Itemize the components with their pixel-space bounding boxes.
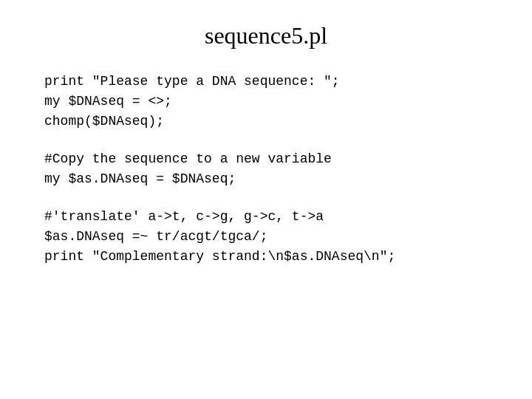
code-line-2-1: #Copy the sequence to a new variable <box>44 149 502 169</box>
code-line-2-2: my $as.DNAseq = $DNAseq; <box>44 169 502 189</box>
code-line-3-3: print "Complementary strand:\n$as.DNAseq… <box>44 247 502 267</box>
code-section-1: print "Please type a DNA sequence: "; my… <box>44 72 502 132</box>
code-line-1-3: chomp($DNAseq); <box>44 112 502 132</box>
code-section-3: #'translate' a->t, c->g, g->c, t->a $as.… <box>44 207 502 267</box>
code-line-3-2: $as.DNAseq =~ tr/acgt/tgca/; <box>44 227 502 247</box>
page-title: sequence5.pl <box>205 22 327 50</box>
code-line-3-1: #'translate' a->t, c->g, g->c, t->a <box>44 207 502 227</box>
code-section-2: #Copy the sequence to a new variable my … <box>44 149 502 189</box>
code-block: print "Please type a DNA sequence: "; my… <box>30 72 502 284</box>
code-line-1-1: print "Please type a DNA sequence: "; <box>44 72 502 92</box>
code-line-1-2: my $DNAseq = <>; <box>44 92 502 112</box>
page-container: sequence5.pl print "Please type a DNA se… <box>0 0 532 399</box>
